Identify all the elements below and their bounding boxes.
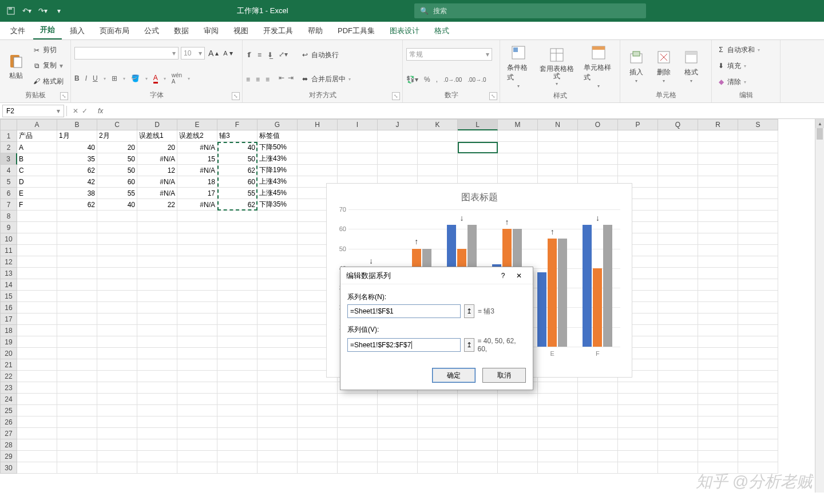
- col-header-K[interactable]: K: [418, 119, 458, 130]
- cell[interactable]: 20: [97, 142, 137, 153]
- cell[interactable]: [17, 325, 57, 336]
- redo-icon[interactable]: ↷▾: [37, 5, 49, 17]
- cell[interactable]: [177, 222, 217, 233]
- cell[interactable]: [217, 371, 258, 382]
- cell[interactable]: [418, 428, 458, 439]
- row-header[interactable]: 25: [0, 405, 17, 416]
- row-header[interactable]: 26: [0, 416, 17, 428]
- cell[interactable]: [338, 439, 378, 451]
- cell[interactable]: [258, 279, 298, 291]
- cell[interactable]: 下降19%: [258, 165, 298, 176]
- cell[interactable]: [258, 462, 298, 474]
- cell[interactable]: [698, 211, 738, 222]
- cell[interactable]: [738, 176, 778, 188]
- align-center-button[interactable]: ≡: [256, 76, 260, 84]
- col-header-Q[interactable]: Q: [658, 119, 698, 130]
- name-box[interactable]: F2▾: [2, 105, 64, 117]
- cell[interactable]: [738, 302, 778, 313]
- cancel-formula-button[interactable]: ✕: [73, 107, 78, 115]
- cell[interactable]: [738, 416, 778, 428]
- row-header[interactable]: 29: [0, 451, 17, 462]
- cell[interactable]: [17, 336, 57, 348]
- cell[interactable]: [57, 462, 97, 474]
- row-header[interactable]: 27: [0, 428, 17, 439]
- row-header[interactable]: 21: [0, 359, 17, 371]
- cell[interactable]: [57, 416, 97, 428]
- cell[interactable]: [217, 302, 258, 313]
- row-header[interactable]: 7: [0, 199, 17, 211]
- cell[interactable]: [137, 245, 177, 256]
- cell[interactable]: #N/A: [137, 153, 177, 165]
- cell[interactable]: [177, 439, 217, 451]
- cell[interactable]: [17, 222, 57, 233]
- cell[interactable]: [698, 313, 738, 325]
- cell[interactable]: [338, 462, 378, 474]
- worksheet-grid[interactable]: ABCDEFGHIJKLMNOPQRS 1产品1月2月误差线1误差线2辅3标签值…: [0, 119, 824, 493]
- cell[interactable]: [658, 382, 698, 394]
- cell[interactable]: [458, 165, 498, 176]
- cell[interactable]: [738, 428, 778, 439]
- cell[interactable]: [137, 462, 177, 474]
- cell[interactable]: [57, 428, 97, 439]
- cell[interactable]: [498, 142, 538, 153]
- cell[interactable]: 12: [137, 165, 177, 176]
- cell[interactable]: [698, 359, 738, 371]
- row-header[interactable]: 24: [0, 394, 17, 405]
- cell[interactable]: [17, 348, 57, 359]
- cell[interactable]: [217, 416, 258, 428]
- cell[interactable]: [57, 382, 97, 394]
- cell[interactable]: 50: [217, 153, 258, 165]
- cell[interactable]: [258, 268, 298, 279]
- cell[interactable]: A: [17, 142, 57, 153]
- cell[interactable]: [258, 336, 298, 348]
- cell[interactable]: [498, 428, 538, 439]
- cell[interactable]: [658, 188, 698, 199]
- cell[interactable]: [738, 199, 778, 211]
- cell[interactable]: [177, 405, 217, 416]
- cell[interactable]: [57, 291, 97, 302]
- cell[interactable]: [578, 462, 618, 474]
- cell[interactable]: 误差线1: [137, 130, 177, 142]
- cell[interactable]: [658, 462, 698, 474]
- tab-公式[interactable]: 公式: [137, 22, 166, 39]
- cell[interactable]: [97, 348, 137, 359]
- cell[interactable]: [538, 462, 578, 474]
- cell[interactable]: [418, 439, 458, 451]
- cell[interactable]: 62: [57, 165, 97, 176]
- cell[interactable]: [458, 130, 498, 142]
- undo-icon[interactable]: ↶▾: [21, 5, 33, 17]
- ok-button[interactable]: 确定: [432, 368, 476, 383]
- cell[interactable]: [217, 451, 258, 462]
- cell[interactable]: [298, 451, 338, 462]
- cell[interactable]: [618, 451, 658, 462]
- cell[interactable]: [217, 325, 258, 336]
- cell[interactable]: 辅3: [217, 130, 258, 142]
- tab-开发工具[interactable]: 开发工具: [256, 22, 300, 39]
- col-header-R[interactable]: R: [698, 119, 738, 130]
- cell[interactable]: 60: [217, 176, 258, 188]
- row-header[interactable]: 1: [0, 130, 17, 142]
- cell[interactable]: [618, 153, 658, 165]
- col-header-C[interactable]: C: [97, 119, 137, 130]
- cell[interactable]: [738, 405, 778, 416]
- tab-页面布局[interactable]: 页面布局: [93, 22, 136, 39]
- shrink-font-button[interactable]: A▾: [222, 49, 233, 58]
- cell[interactable]: [17, 416, 57, 428]
- cell[interactable]: [738, 291, 778, 302]
- cell[interactable]: [137, 359, 177, 371]
- cell[interactable]: [217, 394, 258, 405]
- cell[interactable]: [97, 451, 137, 462]
- col-header-L[interactable]: L: [458, 119, 498, 130]
- cell[interactable]: [217, 245, 258, 256]
- search-box[interactable]: 🔍 搜索: [414, 3, 646, 18]
- cell[interactable]: [338, 405, 378, 416]
- cell[interactable]: [177, 382, 217, 394]
- indent-increase-button[interactable]: ⇥: [288, 74, 294, 82]
- cell[interactable]: [177, 348, 217, 359]
- autosum-button[interactable]: Σ自动求和▾: [715, 45, 777, 55]
- cell[interactable]: [698, 382, 738, 394]
- cell[interactable]: [418, 451, 458, 462]
- cut-button[interactable]: ✂剪切: [31, 45, 65, 55]
- cell[interactable]: [17, 382, 57, 394]
- font-color-button[interactable]: A: [153, 74, 158, 84]
